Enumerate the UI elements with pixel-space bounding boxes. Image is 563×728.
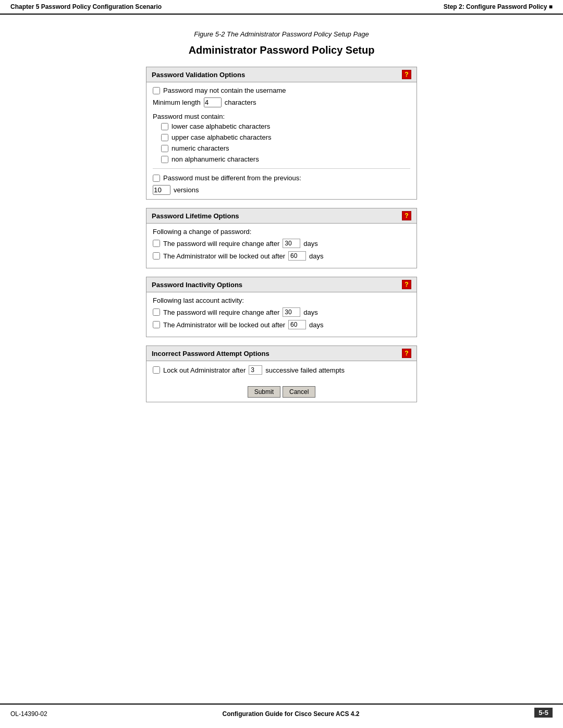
following-activity-label: Following last account activity: (153, 297, 244, 304)
numeric-row: numeric characters (161, 144, 410, 152)
validation-help-icon[interactable]: ? (402, 70, 411, 79)
lockout-suffix: successive failed attempts (265, 366, 345, 374)
lifetime-title: Password Lifetime Options (152, 212, 239, 220)
validation-title: Password Validation Options (152, 71, 245, 79)
min-length-label: Minimum length (153, 98, 201, 106)
inactivity-header: Password Inactivity Options ? (146, 277, 417, 292)
validation-header: Password Validation Options ? (146, 67, 417, 82)
lifetime-locked-out-input[interactable] (288, 251, 306, 261)
lifetime-require-change-suffix: days (303, 240, 317, 248)
numeric-checkbox[interactable] (161, 145, 168, 152)
must-contain-options: lower case alphabetic characters upper c… (153, 122, 410, 163)
incorrect-attempt-body: Lock out Administrator after successive … (146, 361, 417, 382)
inactivity-locked-out-label: The Administrator will be locked out aft… (163, 321, 285, 329)
following-change-row: Following a change of password: (153, 228, 410, 236)
inactivity-require-change-label: The password will require change after (163, 309, 279, 316)
lockout-label: Lock out Administrator after (163, 366, 246, 374)
divider (153, 168, 410, 169)
lockout-input[interactable] (249, 365, 262, 375)
uppercase-checkbox[interactable] (161, 134, 168, 141)
submit-button[interactable]: Submit (248, 386, 280, 398)
lifetime-body: Following a change of password: The pass… (146, 224, 417, 268)
lowercase-row: lower case alphabetic characters (161, 122, 410, 130)
button-row: Submit Cancel (146, 382, 417, 402)
incorrect-attempt-title: Incorrect Password Attempt Options (152, 350, 270, 357)
following-change-label: Following a change of password: (153, 228, 251, 236)
lifetime-require-change-row: The password will require change after d… (153, 239, 410, 248)
no-username-checkbox[interactable] (153, 87, 160, 94)
min-length-suffix: characters (225, 98, 256, 106)
bottom-footer: OL-14390-02 Configuration Guide for Cisc… (0, 704, 563, 718)
uppercase-row: upper case alphabetic characters (161, 133, 410, 141)
different-prev-row: Password must be different from the prev… (153, 174, 410, 182)
inactivity-locked-out-input[interactable] (288, 320, 306, 329)
numeric-label: numeric characters (172, 144, 229, 152)
incorrect-attempt-help-icon[interactable]: ? (402, 349, 411, 358)
lifetime-help-icon[interactable]: ? (402, 211, 411, 220)
inactivity-title: Password Inactivity Options (152, 281, 242, 289)
guide-title: Configuration Guide for Cisco Secure ACS… (222, 710, 359, 718)
lifetime-require-change-input[interactable] (283, 239, 300, 248)
min-length-input[interactable] (204, 97, 222, 107)
inactivity-body: Following last account activity: The pas… (146, 292, 417, 337)
lockout-row: Lock out Administrator after successive … (153, 365, 410, 375)
page-number: 5-5 (534, 708, 553, 718)
lockout-checkbox[interactable] (153, 366, 160, 374)
inactivity-locked-out-row: The Administrator will be locked out aft… (153, 320, 410, 329)
page-title: Administrator Password Policy Setup (31, 44, 532, 56)
inactivity-locked-out-suffix: days (309, 321, 323, 329)
different-prev-checkbox[interactable] (153, 175, 160, 182)
no-username-label: Password may not contain the username (163, 87, 286, 94)
no-username-row: Password may not contain the username (153, 87, 410, 94)
must-contain-label: Password must contain: (153, 113, 410, 120)
following-activity-row: Following last account activity: (153, 297, 410, 304)
non-alphanumeric-label: non alphanumeric characters (172, 155, 259, 163)
versions-label: versions (174, 186, 199, 194)
lifetime-locked-out-checkbox[interactable] (153, 252, 160, 260)
validation-section: Password Validation Options ? Password m… (146, 67, 417, 200)
top-header: Chapter 5 Password Policy Configuration … (0, 0, 563, 15)
different-prev-label: Password must be different from the prev… (163, 174, 301, 182)
cancel-button[interactable]: Cancel (283, 386, 315, 398)
lifetime-header: Password Lifetime Options ? (146, 208, 417, 224)
lowercase-checkbox[interactable] (161, 123, 168, 130)
versions-row: versions (153, 185, 410, 195)
doc-number: OL-14390-02 (10, 710, 47, 718)
uppercase-label: upper case alphabetic characters (172, 133, 272, 141)
non-alphanumeric-checkbox[interactable] (161, 156, 168, 163)
inactivity-require-change-input[interactable] (283, 307, 300, 317)
lifetime-locked-out-label: The Administrator will be locked out aft… (163, 252, 285, 260)
non-alphanumeric-row: non alphanumeric characters (161, 155, 410, 163)
lifetime-section: Password Lifetime Options ? Following a … (146, 208, 417, 268)
min-length-row: Minimum length characters (153, 97, 410, 107)
figure-caption: Figure 5-2 The Administrator Password Po… (31, 30, 532, 38)
incorrect-attempt-section: Incorrect Password Attempt Options ? Loc… (146, 346, 417, 402)
inactivity-require-change-checkbox[interactable] (153, 309, 160, 316)
lifetime-locked-out-row: The Administrator will be locked out aft… (153, 251, 410, 261)
lifetime-require-change-label: The password will require change after (163, 240, 279, 248)
inactivity-help-icon[interactable]: ? (402, 280, 411, 289)
inactivity-require-change-row: The password will require change after d… (153, 307, 410, 317)
inactivity-require-change-suffix: days (303, 309, 317, 316)
main-content: Figure 5-2 The Administrator Password Po… (0, 15, 563, 426)
lifetime-locked-out-suffix: days (309, 252, 323, 260)
chapter-title: Chapter 5 Password Policy Configuration … (10, 3, 162, 10)
inactivity-locked-out-checkbox[interactable] (153, 321, 160, 328)
validation-body: Password may not contain the username Mi… (146, 82, 417, 199)
step-title: Step 2: Configure Password Policy (444, 3, 553, 10)
inactivity-section: Password Inactivity Options ? Following … (146, 277, 417, 337)
incorrect-attempt-header: Incorrect Password Attempt Options ? (146, 346, 417, 361)
lifetime-require-change-checkbox[interactable] (153, 240, 160, 247)
lowercase-label: lower case alphabetic characters (172, 122, 270, 130)
versions-input[interactable] (153, 185, 170, 195)
